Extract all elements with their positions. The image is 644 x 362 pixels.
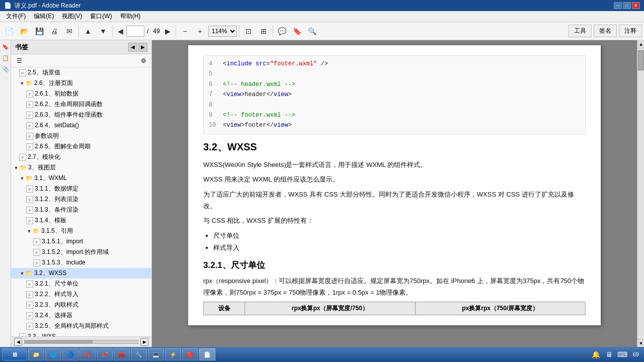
page-icon-param: p: [26, 133, 33, 140]
toolbar-right: 工具 签名 注释: [569, 25, 642, 37]
expand-icon-2-6[interactable]: ▼: [19, 80, 25, 86]
sidebar-item-3-1-5-3[interactable]: p 3.1.5.3、include: [11, 257, 151, 268]
minimize-button[interactable]: ─: [614, 2, 622, 9]
zoom-select[interactable]: 114% 100% 75% 125% 150%: [208, 26, 237, 37]
taskbar-terminal[interactable]: 💻: [148, 348, 164, 360]
fit-width-button[interactable]: ⊞: [257, 24, 271, 38]
sidebar-item-2-5[interactable]: p 2.5、场景值: [11, 67, 151, 78]
taskbar-app5[interactable]: 📌: [97, 348, 113, 360]
taskbar-file-manager[interactable]: 📁: [28, 348, 44, 360]
scroll-up-button[interactable]: ▲: [81, 24, 95, 38]
bookmark-panel-icon[interactable]: 🔖: [1, 42, 10, 51]
page-panel-icon[interactable]: 📋: [1, 53, 10, 62]
new-button[interactable]: 📄: [2, 24, 16, 38]
taskbar-browser[interactable]: 🌐: [45, 348, 61, 360]
expand-icon-3-1-5[interactable]: ▼: [26, 228, 32, 234]
menu-window[interactable]: 窗口(W): [86, 11, 116, 22]
sidebar-item-2-6-4[interactable]: p 2.6.4、setData(): [11, 120, 151, 131]
tools-button[interactable]: 工具: [569, 25, 592, 37]
sidebar-item-3-1-4[interactable]: p 3.1.4、模板: [11, 215, 151, 226]
taskbar-jetbrains[interactable]: 🧰: [114, 348, 130, 360]
sidebar-item-2-6-2[interactable]: p 2.6.2、生命周期回调函数: [11, 99, 151, 110]
sidebar-item-3-1-1[interactable]: p 3.1.1、数据绑定: [11, 184, 151, 194]
expand-icon-3-1[interactable]: ▼: [19, 175, 25, 182]
sidebar-item-param[interactable]: p 参数说明: [11, 131, 151, 141]
sidebar-nav-prev[interactable]: ◀: [128, 43, 137, 52]
taskbar-app4[interactable]: ❌: [79, 348, 96, 360]
toolbar-separator-4: [239, 25, 239, 37]
comment-button[interactable]: 注释: [619, 25, 642, 37]
page-icon-3-2-3: p: [26, 302, 33, 309]
sidebar-scrollbar-thumb[interactable]: [25, 340, 93, 343]
fit-page-button[interactable]: ⊡: [242, 24, 256, 38]
sidebar-item-3-1-2[interactable]: p 3.1.2、列表渲染: [11, 194, 151, 205]
sidebar-item-2-6-5[interactable]: p 2.6.5、图解生命周期: [11, 141, 151, 152]
sidebar-list-view[interactable]: ☰: [14, 56, 24, 66]
sidebar-item-2-6-3[interactable]: p 2.6.3、组件事件处理函数: [11, 110, 151, 120]
zoom-out-button[interactable]: −: [178, 24, 192, 38]
taskbar-app10[interactable]: 🔴: [182, 348, 198, 360]
sidebar-nav-next[interactable]: ▶: [138, 43, 147, 52]
print-button[interactable]: 🖨: [47, 24, 61, 38]
scrollbar-down-arrow[interactable]: ▼: [637, 339, 644, 347]
sidebar-scroll-left[interactable]: ◀: [14, 338, 22, 346]
maximize-button[interactable]: □: [623, 2, 631, 9]
tray-notify-icon[interactable]: 🔔: [591, 349, 602, 360]
sidebar-item-3-2-3[interactable]: p 3.2.3、内联样式: [11, 300, 151, 310]
zoom-rect-button[interactable]: 🔍: [305, 24, 319, 38]
menu-file[interactable]: 文件(F): [2, 11, 30, 22]
sidebar-item-3-2-2[interactable]: p 3.2.2、样式导入: [11, 289, 151, 300]
sidebar-item-3-3[interactable]: p 3.3、WXS: [11, 331, 151, 336]
sidebar-item-3-1-3[interactable]: p 3.1.3、条件渲染: [11, 205, 151, 215]
sidebar-settings[interactable]: ⚙: [138, 56, 148, 66]
title-bar-controls[interactable]: ─ □ ✕: [614, 2, 640, 9]
taskbar-adobe[interactable]: 📄: [199, 348, 215, 360]
expand-icon-3-2[interactable]: ▼: [19, 270, 25, 277]
sidebar-item-3-1[interactable]: ▼ 📁 3.1、WXML: [11, 173, 151, 184]
sign-button[interactable]: 签名: [594, 25, 617, 37]
attachment-panel-icon[interactable]: 📎: [1, 64, 10, 73]
tray-monitor-icon[interactable]: 🖥: [604, 349, 615, 360]
save-button[interactable]: 💾: [32, 24, 46, 38]
menu-view[interactable]: 视图(V): [58, 11, 86, 22]
sidebar-item-2-7[interactable]: p 2.7、模块化: [11, 152, 151, 162]
sidebar-label-3-2-3: 3.2.3、内联样式: [35, 301, 78, 309]
toolbar: 📄 📂 💾 🖨 ✉ ▲ ▼ ◀ 47 / 49 ▶ − + 114% 100% …: [0, 22, 644, 40]
menu-edit[interactable]: 编辑(E): [30, 11, 58, 22]
page-separator: /: [145, 28, 150, 35]
zoom-in-button[interactable]: +: [193, 24, 207, 38]
taskbar-settings[interactable]: 🔧: [131, 348, 147, 360]
scroll-down-button[interactable]: ▼: [96, 24, 110, 38]
sidebar-scroll-right[interactable]: ▶: [140, 338, 148, 346]
page-number-input[interactable]: 47: [126, 26, 144, 37]
close-button[interactable]: ✕: [632, 2, 640, 9]
prev-page-button[interactable]: ◀: [115, 24, 126, 38]
taskbar-chrome[interactable]: 🔵: [62, 348, 78, 360]
scrollbar-thumb[interactable]: [638, 50, 644, 70]
menu-help[interactable]: 帮助(H): [116, 11, 145, 22]
stamp-button[interactable]: 🔖: [290, 24, 304, 38]
sidebar-item-3-1-5-2[interactable]: p 3.1.5.2、import 的作用域: [11, 247, 151, 257]
sidebar-item-2-6-1[interactable]: p 2.6.1、初始数据: [11, 88, 151, 99]
scrollbar-up-arrow[interactable]: ▲: [637, 40, 644, 48]
comment-bubble-button[interactable]: 💬: [275, 24, 289, 38]
open-button[interactable]: 📂: [17, 24, 31, 38]
email-button[interactable]: ✉: [62, 24, 76, 38]
sidebar-item-3-2[interactable]: ▼ 📁 3.2、WXSS: [11, 268, 151, 279]
sidebar-item-3-2-1[interactable]: p 3.2.1、尺寸单位: [11, 279, 151, 289]
bullet-item-1: 尺寸单位: [213, 230, 586, 242]
next-page-button[interactable]: ▶: [163, 24, 174, 38]
start-button[interactable]: ⊞: [2, 348, 27, 360]
sidebar-item-3-2-4[interactable]: p 3.2.4、选择器: [11, 310, 151, 321]
expand-icon-3[interactable]: ▼: [13, 165, 19, 171]
sidebar-nav-buttons[interactable]: ◀ ▶: [128, 43, 147, 52]
sidebar-label-3-1-5-2: 3.1.5.2、import 的作用域: [42, 248, 109, 256]
sidebar-item-3-1-5-1[interactable]: p 3.1.5.1、import: [11, 236, 151, 247]
right-scrollbar[interactable]: ▲ ▼: [637, 40, 644, 347]
taskbar-app9[interactable]: ⚡: [165, 348, 181, 360]
sidebar-item-3[interactable]: ▼ 📁 3、视图层: [11, 162, 151, 173]
sidebar-item-2-6[interactable]: ▼ 📁 2.6、注册页面: [11, 78, 151, 88]
sidebar-item-3-1-5[interactable]: ▼ 📁 3.1.5、引用: [11, 226, 151, 236]
tray-keyboard-icon[interactable]: ⌨: [617, 349, 628, 360]
sidebar-item-3-2-5[interactable]: p 3.2.5、全局样式与局部样式: [11, 321, 151, 331]
